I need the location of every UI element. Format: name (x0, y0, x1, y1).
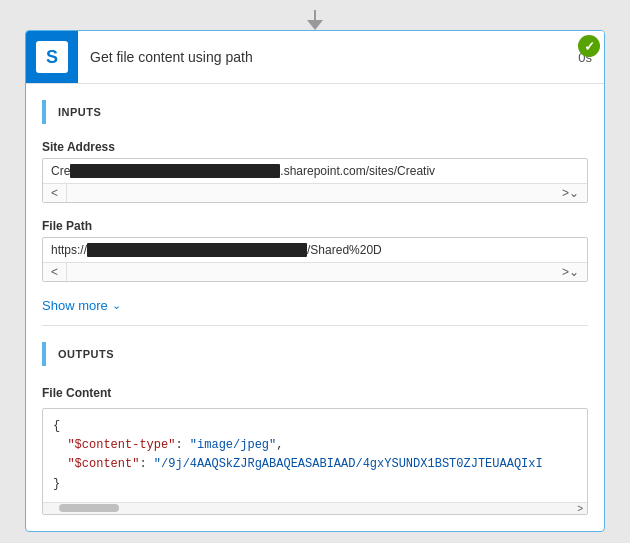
site-address-content: Cre.sharepoint.com/sites/Creativ (43, 159, 587, 183)
outputs-section: OUTPUTS (42, 342, 588, 366)
code-line-2: "$content-type": "image/jpeg", (53, 436, 577, 455)
card-body: INPUTS Site Address Cre.sharepoint.com/s… (26, 100, 604, 531)
inputs-section: INPUTS (42, 100, 588, 124)
inputs-section-title: INPUTS (46, 100, 588, 124)
file-content-label: File Content (26, 382, 604, 404)
file-path-scroll-controls: < >⌄ (43, 262, 587, 281)
file-path-input-wrapper[interactable]: https:///Shared%20D < >⌄ (42, 237, 588, 282)
file-content-code-block: { "$content-type": "image/jpeg", "$conte… (42, 408, 588, 515)
file-path-label: File Path (42, 219, 588, 233)
code-line-4: } (53, 475, 577, 494)
code-block-content: { "$content-type": "image/jpeg", "$conte… (43, 409, 587, 502)
arrow-head (307, 20, 323, 30)
site-address-input-wrapper[interactable]: Cre.sharepoint.com/sites/Creativ < >⌄ (42, 158, 588, 203)
scroll-right-btn[interactable]: >⌄ (554, 184, 587, 202)
scroll-thumb (59, 504, 119, 512)
code-line-3: "$content": "/9j/4AAQSkZJRgABAQEASABIAAD… (53, 455, 577, 474)
section-divider (42, 325, 588, 326)
code-scroll-bar[interactable]: > (43, 502, 587, 514)
site-address-scroll-controls: < >⌄ (43, 183, 587, 202)
file-path-field: File Path https:///Shared%20D < >⌄ (26, 211, 604, 290)
show-more-chevron-icon: ⌄ (112, 299, 121, 312)
arrow-line (314, 10, 316, 20)
site-address-label: Site Address (42, 140, 588, 154)
show-more-label: Show more (42, 298, 108, 313)
sharepoint-icon: S (36, 41, 68, 73)
code-line-1: { (53, 417, 577, 436)
file-path-scroll-left[interactable]: < (43, 263, 67, 281)
outputs-section-title: OUTPUTS (46, 342, 588, 366)
action-card: S Get file content using path 0s INPUTS … (25, 30, 605, 532)
site-address-text: Cre.sharepoint.com/sites/Creativ (43, 159, 587, 183)
site-address-redacted (70, 164, 280, 178)
success-badge (578, 35, 600, 57)
file-path-text: https:///Shared%20D (43, 238, 587, 262)
card-header: S Get file content using path 0s (26, 31, 604, 84)
scroll-arrow-right-icon[interactable]: > (577, 503, 583, 514)
file-path-content: https:///Shared%20D (43, 238, 587, 262)
connector-arrow (307, 10, 323, 30)
scroll-left-btn[interactable]: < (43, 184, 67, 202)
card-title: Get file content using path (78, 49, 566, 65)
show-more-row[interactable]: Show more ⌄ (26, 290, 604, 325)
file-path-redacted (87, 243, 307, 257)
card-header-icon: S (26, 31, 78, 83)
site-address-field: Site Address Cre.sharepoint.com/sites/Cr… (26, 132, 604, 211)
file-path-scroll-right[interactable]: >⌄ (554, 263, 587, 281)
